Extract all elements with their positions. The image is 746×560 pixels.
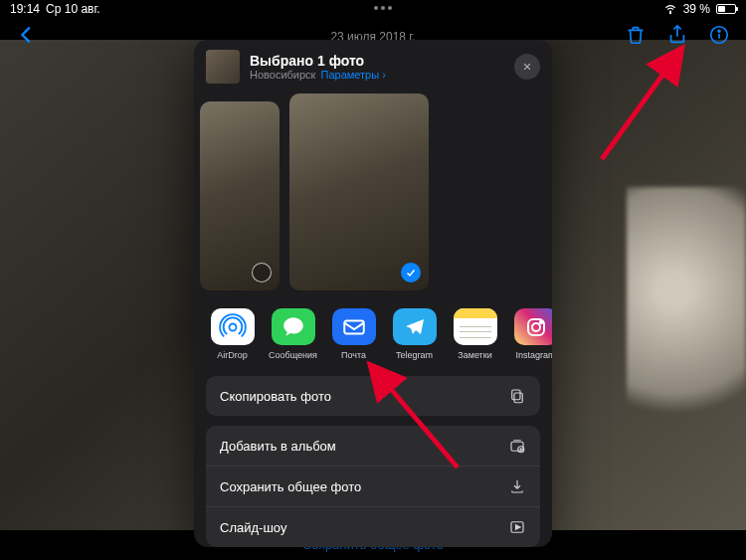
- action-add-to-album[interactable]: Добавить в альбом: [206, 426, 540, 466]
- action-slideshow[interactable]: Слайд-шоу: [206, 506, 540, 547]
- share-app-mail[interactable]: Почта: [325, 308, 382, 360]
- photo-preview-unselected[interactable]: [200, 101, 280, 290]
- share-app-messages[interactable]: Сообщения: [265, 308, 321, 360]
- sheet-location: Новосибирск: [250, 69, 315, 81]
- share-apps-row[interactable]: AirDrop Сообщения Почта Telegram: [194, 290, 552, 366]
- select-circle-icon[interactable]: [252, 263, 272, 282]
- copy-icon: [508, 387, 526, 405]
- svg-point-3: [718, 30, 720, 32]
- svg-rect-7: [344, 320, 364, 333]
- battery-icon: [716, 4, 736, 14]
- notes-icon: [454, 308, 497, 345]
- telegram-icon: [393, 308, 437, 345]
- share-app-instagram[interactable]: Instagram: [507, 308, 552, 360]
- download-icon: [508, 477, 526, 495]
- action-list: Скопировать фото Добавить в альбом Сохра…: [194, 366, 552, 547]
- svg-point-9: [532, 323, 540, 331]
- photo-preview-selected[interactable]: [289, 93, 429, 290]
- close-button[interactable]: [514, 54, 540, 80]
- parameters-link[interactable]: Параметры ›: [320, 69, 385, 81]
- info-button[interactable]: [708, 24, 730, 50]
- svg-marker-16: [516, 525, 521, 530]
- action-save-shared[interactable]: Сохранить общее фото: [206, 466, 540, 506]
- multitask-dots: [10, 6, 746, 10]
- svg-rect-11: [514, 393, 522, 403]
- sheet-title: Выбрано 1 фото: [250, 53, 386, 69]
- mail-icon: [332, 308, 376, 345]
- status-bar: 19:14 Ср 10 авг. 39 %: [0, 0, 746, 18]
- header-thumbnail: [206, 50, 240, 84]
- album-add-icon: [508, 437, 526, 455]
- action-copy-photo[interactable]: Скопировать фото: [206, 376, 540, 416]
- photo-previews: [194, 93, 552, 290]
- checkmark-icon: [401, 263, 421, 282]
- share-app-telegram[interactable]: Telegram: [386, 308, 443, 360]
- play-icon: [508, 518, 526, 536]
- airdrop-icon: [211, 308, 255, 345]
- share-button[interactable]: [666, 24, 688, 50]
- messages-icon: [272, 308, 315, 345]
- svg-point-10: [539, 320, 541, 322]
- back-button[interactable]: [16, 24, 38, 50]
- trash-button[interactable]: [625, 24, 647, 50]
- svg-point-0: [669, 13, 670, 14]
- share-app-notes[interactable]: Заметки: [447, 308, 503, 360]
- svg-point-6: [229, 323, 236, 330]
- share-app-airdrop[interactable]: AirDrop: [204, 308, 261, 360]
- svg-rect-12: [512, 390, 520, 400]
- instagram-icon: [514, 308, 553, 345]
- share-sheet: Выбрано 1 фото Новосибирск Параметры › A…: [194, 40, 552, 547]
- sheet-subtitle: Новосибирск Параметры ›: [250, 69, 386, 81]
- share-sheet-header: Выбрано 1 фото Новосибирск Параметры ›: [194, 40, 552, 93]
